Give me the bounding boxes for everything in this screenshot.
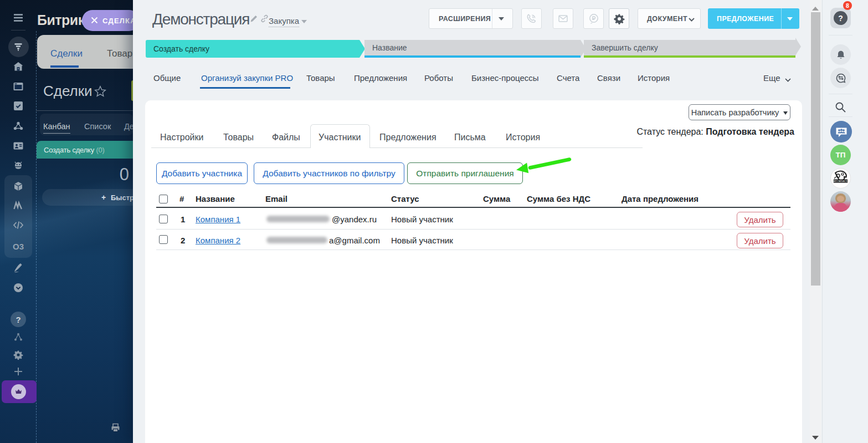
svg-text:АВТОЗАПЧАСТИ: АВТОЗАПЧАСТИ: [833, 180, 848, 182]
